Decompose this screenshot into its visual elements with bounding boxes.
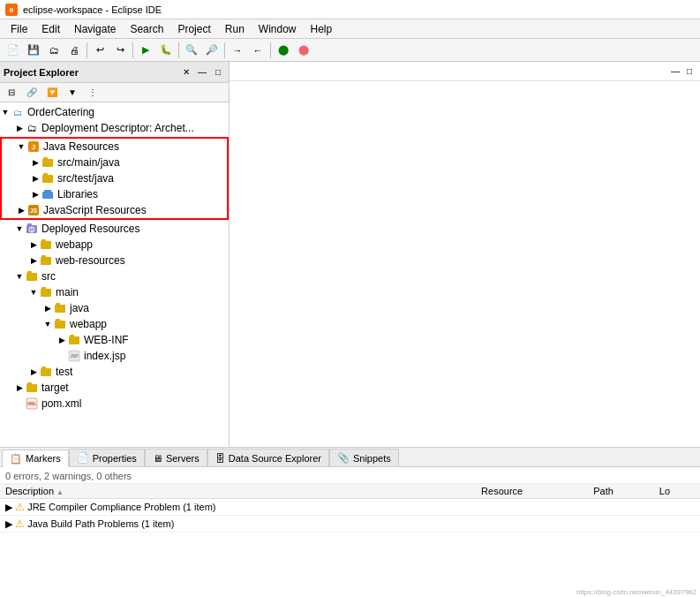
tree-label: src/test/java — [57, 172, 114, 185]
java-resources-icon: J — [26, 140, 41, 154]
toolbar-search-btn[interactable]: 🔎 — [202, 41, 222, 60]
tab-markers[interactable]: 📋 Markers — [2, 450, 69, 467]
folder-icon — [39, 253, 53, 268]
tab-properties[interactable]: 📄 Properties — [69, 449, 145, 466]
table-row[interactable]: ▶ ⚠ Java Build Path Problems (1 item) — [0, 516, 700, 533]
marker-resource — [476, 499, 588, 516]
tree-item-libraries[interactable]: ▶ Libraries — [2, 186, 227, 202]
tree-item-main[interactable]: ▼ main — [0, 284, 229, 300]
toggle-icon[interactable]: ▶ — [56, 335, 67, 345]
tree-label: pom.xml — [41, 397, 81, 410]
toggle-icon[interactable]: ▼ — [14, 223, 25, 234]
toolbar-perspective-btn[interactable]: ⬤ — [274, 41, 293, 60]
tree-item-target[interactable]: ▶ target — [0, 380, 229, 396]
tree-item-test[interactable]: ▶ test — [0, 364, 229, 380]
col-resource[interactable]: Resource — [476, 484, 588, 499]
toolbar-run-btn[interactable]: ▶ — [136, 41, 155, 60]
toggle-icon[interactable]: ▶ — [30, 189, 41, 200]
tree-item-src-test-java[interactable]: ▶ src/test/java — [2, 170, 227, 186]
tab-servers[interactable]: 🖥 Servers — [145, 449, 207, 466]
tree-item-src-main-java[interactable]: ▶ src/main/java — [2, 155, 227, 170]
toolbar-next-btn[interactable]: → — [228, 41, 247, 60]
menu-project[interactable]: Project — [170, 21, 217, 37]
right-panel: — □ — [230, 62, 700, 447]
tree-item-webapp-main[interactable]: ▼ webapp — [0, 316, 229, 332]
toggle-icon[interactable]: ▼ — [28, 287, 39, 298]
toggle-icon[interactable]: ▶ — [30, 157, 41, 168]
panel-header: Project Explorer ✕ — □ — [0, 62, 229, 83]
toggle-icon[interactable]: ▼ — [42, 319, 53, 329]
tree-item-webapp-deployed[interactable]: ▶ webapp — [0, 237, 229, 253]
minimize-icon[interactable]: — — [195, 65, 209, 79]
tree-item-deployed-resources[interactable]: ▼ Deployed Resources — [0, 221, 229, 237]
toggle-icon[interactable]: ▶ — [28, 255, 39, 266]
link-editor-btn[interactable]: 🔗 — [22, 83, 41, 102]
tree-container[interactable]: ▼ 🗂 OrderCatering ▶ 🗂 Deployment Descrip… — [0, 102, 229, 447]
toolbar-print-btn[interactable]: 🖨 — [64, 41, 84, 60]
highlight-java-resources: ▼ J Java Resources ▶ sr — [0, 137, 229, 220]
tree-item-order-catering[interactable]: ▼ 🗂 OrderCatering — [0, 104, 229, 120]
col-path[interactable]: Path — [588, 484, 654, 499]
toggle-icon[interactable]: ▼ — [0, 107, 11, 117]
toolbar-perspective2-btn[interactable]: ⬤ — [294, 41, 313, 60]
toggle-icon[interactable]: ▶ — [42, 303, 53, 314]
toolbar-prev-btn[interactable]: ← — [248, 41, 267, 60]
toolbar-debug-btn[interactable]: 🐛 — [156, 41, 176, 60]
tree-item-pom-xml[interactable]: ▶ XML pom.xml — [0, 396, 229, 412]
tab-snippets[interactable]: 📎 Snippets — [329, 449, 399, 466]
tree-item-java-resources[interactable]: ▼ J Java Resources — [2, 139, 227, 155]
more-btn[interactable]: ⋮ — [83, 83, 102, 102]
toggle-icon[interactable]: ▶ — [28, 239, 39, 250]
maximize-icon[interactable]: □ — [682, 64, 696, 79]
menu-search[interactable]: Search — [123, 21, 170, 37]
toolbar-new-btn[interactable]: 📄 — [4, 41, 23, 60]
toolbar-open-type-btn[interactable]: 🔍 — [182, 41, 201, 60]
folder-icon — [39, 238, 53, 252]
toolbar-redo-btn[interactable]: ↪ — [110, 41, 130, 60]
menu-window[interactable]: Window — [252, 21, 304, 37]
main-toolbar: 📄 💾 🗂 🖨 ↩ ↪ ▶ 🐛 🔍 🔎 → ← ⬤ ⬤ — [0, 39, 700, 62]
tree-item-javascript-resources[interactable]: ▶ JS JavaScript Resources — [2, 202, 227, 218]
tree-item-index-jsp[interactable]: ▶ JSP index.jsp — [0, 348, 229, 364]
toolbar-undo-btn[interactable]: ↩ — [90, 41, 109, 60]
toolbar-save-btn[interactable]: 💾 — [24, 41, 43, 60]
menu-edit[interactable]: Edit — [34, 21, 67, 37]
toggle-icon[interactable]: ▶ — [30, 173, 41, 184]
col-location[interactable]: Lo — [654, 484, 700, 499]
tree-item-deployment-descriptor[interactable]: ▶ 🗂 Deployment Descriptor: Archet... — [0, 120, 229, 136]
menu-file[interactable]: File — [4, 21, 34, 37]
marker-description: Java Build Path Problems (1 item) — [27, 518, 174, 529]
toggle-icon[interactable]: ▼ — [14, 271, 25, 282]
tree-item-src[interactable]: ▼ src — [0, 268, 229, 284]
tree-item-web-resources[interactable]: ▶ web-resources — [0, 253, 229, 268]
toggle-icon[interactable]: ▶ — [14, 123, 25, 133]
folder-icon — [53, 317, 67, 331]
toggle-icon[interactable]: ▶ — [14, 382, 25, 393]
expand-icon[interactable]: ▶ — [5, 502, 12, 512]
table-row[interactable]: ▶ ⚠ JRE Compiler Compliance Problem (1 i… — [0, 499, 700, 516]
collapse-all-btn[interactable]: ⊟ — [2, 83, 21, 102]
minimize-icon[interactable]: — — [668, 64, 682, 79]
menu-run[interactable]: Run — [218, 21, 252, 37]
view-menu-btn[interactable]: ▼ — [63, 83, 82, 102]
tree-label: Java Resources — [43, 140, 119, 153]
marker-location — [654, 516, 700, 533]
toggle-icon[interactable]: ▼ — [16, 141, 26, 152]
svg-rect-14 — [41, 241, 51, 249]
close-icon[interactable]: ✕ — [179, 65, 193, 79]
toolbar-sep-3 — [178, 42, 179, 58]
tree-item-webinf[interactable]: ▶ WEB-INF — [0, 332, 229, 348]
toggle-icon[interactable]: ▶ — [28, 367, 39, 377]
toolbar-save-all-btn[interactable]: 🗂 — [44, 41, 64, 60]
jsp-file-icon: JSP — [67, 349, 81, 363]
filter-btn[interactable]: 🔽 — [42, 83, 62, 102]
toggle-icon[interactable]: ▶ — [16, 205, 26, 215]
maximize-icon[interactable]: □ — [211, 65, 225, 79]
tree-item-java[interactable]: ▶ java — [0, 300, 229, 316]
col-description[interactable]: Description ▲ — [0, 484, 476, 499]
expand-icon[interactable]: ▶ — [5, 518, 12, 529]
tab-data-source[interactable]: 🗄 Data Source Explorer — [207, 449, 329, 466]
menu-navigate[interactable]: Navigate — [67, 21, 123, 37]
menu-help[interactable]: Help — [304, 21, 340, 37]
marker-location — [654, 499, 700, 516]
